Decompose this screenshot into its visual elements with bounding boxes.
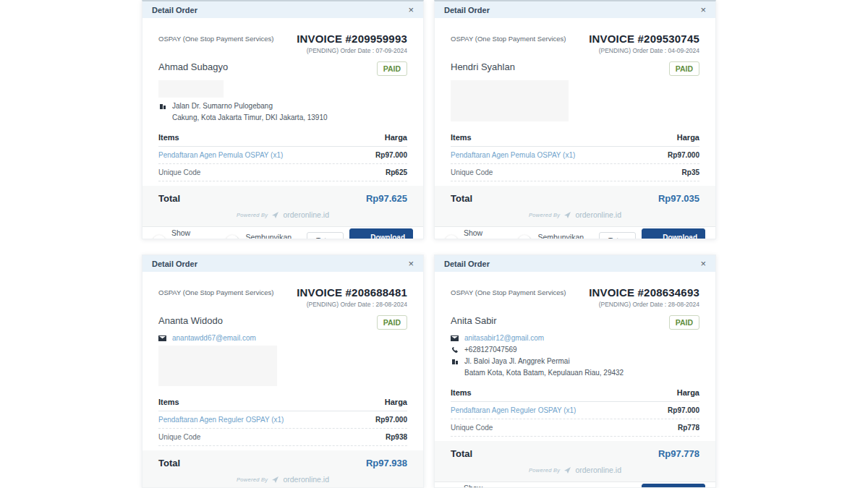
show-payment-options-toggle[interactable] bbox=[445, 236, 458, 240]
cloud-download-icon bbox=[357, 238, 366, 239]
invoice-meta: (PENDING) Order Date : 04-09-2024 bbox=[589, 47, 699, 54]
status-badge: PAID bbox=[669, 315, 699, 330]
orderonline-logo-icon bbox=[563, 466, 571, 474]
address-line2: Batam Kota, Kota Batam, Kepulauan Riau, … bbox=[464, 369, 699, 377]
price-column-header: Harga bbox=[385, 133, 407, 142]
total-value: Rp97.625 bbox=[366, 193, 407, 204]
table-row: Pendaftaran Agen Pemula OSPAY (x1) Rp97.… bbox=[158, 147, 407, 164]
table-row: Pendaftaran Agen Pemula OSPAY (x1) Rp97.… bbox=[451, 147, 699, 164]
show-payment-options-label: Show Payment Options bbox=[171, 228, 218, 240]
orderonline-logo-icon bbox=[271, 476, 279, 484]
items-table: Items Harga Pendaftaran Agen Pemula OSPA… bbox=[451, 129, 699, 181]
item-price: Rp97.000 bbox=[375, 151, 407, 159]
unique-code-label: Unique Code bbox=[158, 168, 200, 176]
hide-courier-label: Sembunyikan Label Kurir bbox=[537, 233, 592, 240]
redacted-image-placeholder bbox=[158, 80, 224, 98]
total-value: Rp97.035 bbox=[658, 193, 699, 204]
close-button[interactable]: Tutup bbox=[599, 232, 636, 239]
items-column-header: Items bbox=[158, 398, 179, 406]
modal-title: Detail Order bbox=[152, 260, 197, 268]
table-row: Unique Code Rp778 bbox=[451, 419, 699, 437]
detail-order-modal-4: Detail Order × OSPAY (One Stop Payment S… bbox=[434, 254, 716, 488]
powered-brand-link[interactable]: orderonline.id bbox=[283, 210, 329, 219]
close-icon[interactable]: × bbox=[408, 5, 414, 14]
modal-body: OSPAY (One Stop Payment Services) INVOIC… bbox=[142, 272, 423, 446]
address-line1: Jl. Baloi Jaya Jl. Anggrek Permai bbox=[464, 357, 570, 365]
table-row: Pendaftaran Agen Reguler OSPAY (x1) Rp97… bbox=[451, 402, 699, 419]
show-payment-options-label: Show Payment Options bbox=[464, 484, 511, 488]
envelope-icon bbox=[158, 335, 166, 341]
hide-courier-label: Sembunyikan Label Kurir bbox=[245, 233, 299, 240]
powered-by-label: Powered By bbox=[529, 467, 560, 474]
unique-code-price: Rp625 bbox=[386, 168, 407, 176]
table-row: Unique Code Rp938 bbox=[158, 429, 407, 446]
item-link[interactable]: Pendaftaran Agen Pemula OSPAY (x1) bbox=[158, 151, 283, 159]
price-column-header: Harga bbox=[677, 133, 699, 142]
total-label: Total bbox=[158, 193, 180, 204]
table-row: Pendaftaran Agen Reguler OSPAY (x1) Rp97… bbox=[158, 411, 407, 429]
items-column-header: Items bbox=[451, 133, 472, 142]
address-line2: Cakung, Kota Jakarta Timur, DKI Jakarta,… bbox=[172, 114, 407, 121]
modal-footer: Show Payment Options Sembunyikan Label K… bbox=[435, 481, 715, 488]
customer-email[interactable]: anitasabir12@gmail.com bbox=[464, 334, 544, 342]
customer-email[interactable]: anantawdd67@email.com bbox=[172, 334, 256, 342]
powered-by-label: Powered By bbox=[237, 212, 268, 218]
total-section: Total Rp97.625 Powered By orderonline.id bbox=[142, 186, 423, 226]
table-row: Unique Code Rp625 bbox=[158, 164, 407, 181]
item-price: Rp97.000 bbox=[668, 151, 699, 159]
invoice-meta: (PENDING) Order Date : 28-08-2024 bbox=[297, 301, 407, 308]
download-invoice-button[interactable]: Download Invoice bbox=[642, 228, 705, 240]
item-link[interactable]: Pendaftaran Agen Pemula OSPAY (x1) bbox=[451, 151, 575, 159]
unique-code-price: Rp778 bbox=[678, 424, 699, 432]
price-column-header: Harga bbox=[385, 398, 407, 406]
store-brand: OSPAY (One Stop Payment Services) bbox=[158, 33, 273, 43]
building-icon bbox=[158, 103, 166, 110]
total-section: Total Rp97.035 Powered By orderonline.id bbox=[435, 186, 715, 226]
items-column-header: Items bbox=[451, 388, 472, 397]
customer-name: Anita Sabir bbox=[451, 315, 497, 326]
envelope-icon bbox=[451, 335, 459, 341]
invoice-number: INVOICE #209959993 bbox=[297, 33, 407, 45]
invoice-number: INVOICE #209530745 bbox=[589, 33, 699, 45]
customer-name: Ananta Widodo bbox=[158, 315, 223, 326]
modal-header: Detail Order × bbox=[142, 1, 423, 18]
unique-code-price: Rp35 bbox=[682, 168, 699, 176]
unique-code-label: Unique Code bbox=[451, 168, 493, 176]
orderonline-logo-icon bbox=[271, 211, 279, 219]
hide-courier-label-toggle[interactable] bbox=[518, 236, 532, 240]
detail-order-modal-2: Detail Order × OSPAY (One Stop Payment S… bbox=[434, 0, 716, 239]
redacted-image-placeholder bbox=[158, 346, 277, 386]
close-button[interactable]: Tutup bbox=[307, 232, 344, 239]
download-invoice-button[interactable]: Download Invoice bbox=[642, 484, 705, 488]
total-label: Total bbox=[451, 448, 472, 459]
close-icon[interactable]: × bbox=[700, 259, 706, 268]
detail-order-modal-3: Detail Order × OSPAY (One Stop Payment S… bbox=[142, 254, 424, 488]
modal-title: Detail Order bbox=[152, 6, 197, 14]
status-badge: PAID bbox=[669, 61, 699, 76]
building-icon bbox=[451, 358, 459, 365]
powered-brand-link[interactable]: orderonline.id bbox=[575, 466, 621, 474]
modal-title: Detail Order bbox=[444, 6, 490, 14]
close-icon[interactable]: × bbox=[700, 5, 706, 14]
modal-footer: Show Payment Options Sembunyikan Label K… bbox=[435, 226, 715, 239]
close-icon[interactable]: × bbox=[408, 259, 414, 268]
items-column-header: Items bbox=[158, 133, 179, 142]
modal-body: OSPAY (One Stop Payment Services) INVOIC… bbox=[435, 18, 715, 181]
customer-name: Hendri Syahlan bbox=[451, 61, 515, 72]
download-invoice-button[interactable]: Download Invoice bbox=[349, 228, 413, 240]
customer-phone: +628127047569 bbox=[464, 346, 517, 354]
orderonline-logo-icon bbox=[563, 211, 571, 219]
show-payment-options-toggle[interactable] bbox=[153, 236, 166, 240]
unique-code-price: Rp938 bbox=[386, 433, 407, 441]
price-column-header: Harga bbox=[677, 388, 699, 397]
modal-header: Detail Order × bbox=[435, 255, 715, 272]
hide-courier-label-toggle[interactable] bbox=[226, 236, 239, 240]
item-link[interactable]: Pendaftaran Agen Reguler OSPAY (x1) bbox=[451, 406, 576, 414]
powered-brand-link[interactable]: orderonline.id bbox=[283, 475, 329, 484]
item-price: Rp97.000 bbox=[375, 416, 407, 424]
page: Detail Order × OSPAY (One Stop Payment S… bbox=[0, 0, 868, 488]
unique-code-label: Unique Code bbox=[451, 424, 493, 432]
phone-icon bbox=[451, 346, 459, 354]
powered-brand-link[interactable]: orderonline.id bbox=[575, 210, 621, 219]
item-link[interactable]: Pendaftaran Agen Reguler OSPAY (x1) bbox=[158, 416, 284, 424]
